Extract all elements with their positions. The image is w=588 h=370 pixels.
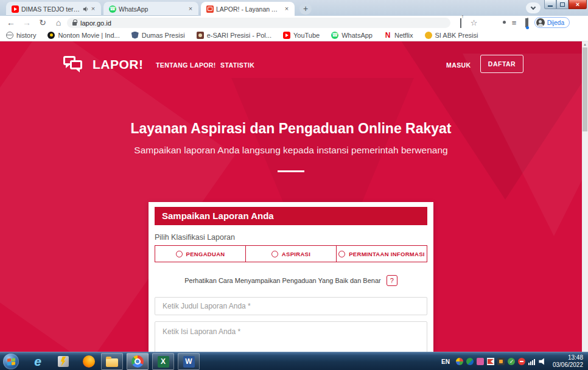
tray-pink-icon[interactable] — [477, 358, 484, 365]
bookmark-nonton-movie[interactable]: Nonton Movie | Ind... — [47, 32, 119, 39]
tray-shield-check-icon[interactable]: ✓ — [508, 358, 515, 365]
folder-icon — [106, 358, 118, 367]
tab-search-button[interactable] — [526, 2, 541, 13]
windows-flag-icon — [7, 358, 15, 365]
lapor-logo[interactable]: LAPOR! — [63, 55, 144, 74]
bookmark-whatsapp[interactable]: ☎ WhatsApp — [331, 32, 373, 39]
option-label: PERMINTAAN INFORMASI — [349, 251, 425, 257]
reading-list-icon[interactable]: ≡ — [508, 18, 521, 27]
clock[interactable]: 13:48 03/06/2022 — [553, 354, 583, 369]
new-tab-button[interactable]: + — [299, 3, 312, 15]
taskbar: e X W EN ✓ 13:48 03/06/2022 — [0, 352, 588, 370]
card-header: Sampaikan Laporan Anda — [155, 207, 427, 225]
option-aspirasi[interactable]: ASPIRASI — [245, 246, 336, 262]
close-icon[interactable]: × — [89, 5, 97, 13]
close-icon[interactable]: × — [186, 5, 195, 13]
tray-pinwheel-icon[interactable] — [456, 358, 463, 365]
bookmark-netflix[interactable]: N Netflix — [384, 32, 413, 39]
logo-text: LAPOR! — [93, 57, 144, 72]
help-button[interactable]: ? — [387, 275, 397, 286]
excel-button[interactable]: X — [152, 353, 174, 370]
netflix-icon: N — [384, 32, 391, 39]
close-window-button[interactable]: × — [569, 0, 587, 9]
bookmark-label: Nonton Movie | Ind... — [58, 32, 119, 39]
home-icon[interactable]: ⌂ — [52, 16, 65, 29]
tab-title: LAPOR! - Layanan Aspirasi dan P — [216, 5, 280, 13]
time: 13:48 — [553, 354, 583, 361]
address-bar[interactable]: lapor.go.id — [67, 18, 450, 28]
si-abk-icon — [425, 32, 432, 39]
tab-lapor[interactable]: LAPOR! - Layanan Aspirasi dan P × — [201, 2, 295, 16]
tab-audio-icon[interactable] — [83, 6, 89, 12]
option-permintaan-informasi[interactable]: PERMINTAAN INFORMASI — [336, 246, 427, 262]
firefox-icon — [83, 355, 95, 368]
lightning-icon — [58, 356, 69, 367]
bookmark-star-icon[interactable]: ☆ — [467, 18, 481, 27]
bookmark-label: Dumas Presisi — [142, 32, 185, 39]
report-form-card: Sampaikan Laporan Anda Pilih Klasifikasi… — [149, 202, 433, 352]
nav-tentang-lapor[interactable]: TENTANG LAPOR! — [156, 61, 216, 69]
side-panel-icon[interactable] — [521, 18, 534, 27]
bookmark-youtube[interactable]: YouTube — [283, 32, 320, 39]
hint-row: Perhatikan Cara Menyampaikan Pengaduan Y… — [155, 275, 427, 286]
back-icon[interactable]: ← — [5, 16, 17, 29]
lightning-app-button[interactable] — [52, 353, 74, 370]
firefox-button[interactable] — [78, 353, 100, 370]
date: 03/06/2022 — [553, 361, 583, 369]
volume-icon[interactable] — [539, 358, 546, 365]
tab-whatsapp[interactable]: ☎ WhatsApp × — [103, 2, 198, 16]
file-explorer-button[interactable] — [101, 353, 123, 370]
nav-statistik[interactable]: STATISTIK — [220, 61, 254, 69]
bookmarks-bar: history Nonton Movie | Ind... Dumas Pres… — [0, 29, 588, 41]
bookmark-si-abk[interactable]: SI ABK Presisi — [425, 32, 478, 39]
screen: DIMAS TEDJO ter AMBYAR 2 × ☎ WhatsApp × … — [0, 0, 588, 370]
minimize-icon — [548, 5, 553, 7]
option-pengaduan[interactable]: PENGADUAN — [155, 246, 245, 262]
scrollbar-thumb[interactable] — [583, 47, 587, 131]
bookmark-esari-presisi[interactable]: e-SARI Presisi - Pol... — [197, 32, 271, 39]
close-icon[interactable]: × — [282, 5, 291, 13]
report-body-input[interactable] — [155, 321, 427, 352]
reload-icon[interactable]: ↻ — [37, 16, 49, 29]
tab-title: DIMAS TEDJO ter AMBYAR 2 — [21, 5, 80, 13]
url-text: lapor.go.id — [80, 19, 111, 27]
tray-photo-icon[interactable] — [497, 358, 505, 365]
maximize-button[interactable] — [556, 0, 569, 9]
minimize-button[interactable] — [544, 0, 556, 9]
web-page: LAPOR! TENTANG LAPOR! STATISTIK MASUK DA… — [0, 41, 588, 352]
page-scrollbar[interactable]: ▲ — [582, 41, 588, 352]
hero-subtitle: Sampaikan laporan Anda langsung kepada i… — [0, 145, 582, 156]
internet-explorer-button[interactable]: e — [27, 353, 49, 370]
report-title-input[interactable] — [155, 297, 427, 315]
shield-icon — [131, 32, 139, 39]
radio-icon — [338, 251, 345, 257]
tray-globe-icon[interactable] — [466, 358, 474, 365]
tray-flag-icon[interactable] — [487, 358, 494, 365]
hero-divider — [278, 170, 304, 172]
bookmark-label: WhatsApp — [341, 32, 373, 39]
bookmark-history[interactable]: history — [6, 32, 36, 39]
forward-icon[interactable]: → — [21, 16, 33, 29]
bookmark-label: Netflix — [394, 32, 413, 39]
scroll-up-icon[interactable]: ▲ — [582, 41, 588, 47]
bookmark-dumas-presisi[interactable]: Dumas Presisi — [131, 32, 185, 39]
window-controls: × — [544, 0, 587, 9]
language-indicator[interactable]: EN — [441, 358, 450, 365]
daftar-button[interactable]: DAFTAR — [480, 55, 523, 73]
word-button[interactable]: W — [178, 353, 200, 370]
network-icon[interactable] — [528, 358, 536, 365]
radio-icon — [176, 251, 183, 257]
system-tray: EN ✓ 13:48 03/06/2022 — [441, 352, 588, 370]
word-icon: W — [183, 356, 195, 368]
masuk-link[interactable]: MASUK — [446, 61, 471, 69]
globe-icon — [6, 32, 13, 39]
start-button[interactable] — [3, 354, 19, 369]
tab-youtube[interactable]: DIMAS TEDJO ter AMBYAR 2 × — [6, 2, 101, 16]
tray-antivirus-icon[interactable] — [518, 358, 525, 365]
whatsapp-icon: ☎ — [331, 32, 338, 39]
chrome-button[interactable] — [127, 353, 149, 370]
profile-button[interactable]: Dijeda — [534, 17, 570, 28]
share-icon[interactable] — [454, 18, 467, 27]
bookmark-label: SI ABK Presisi — [435, 32, 478, 39]
youtube-icon — [283, 32, 290, 39]
